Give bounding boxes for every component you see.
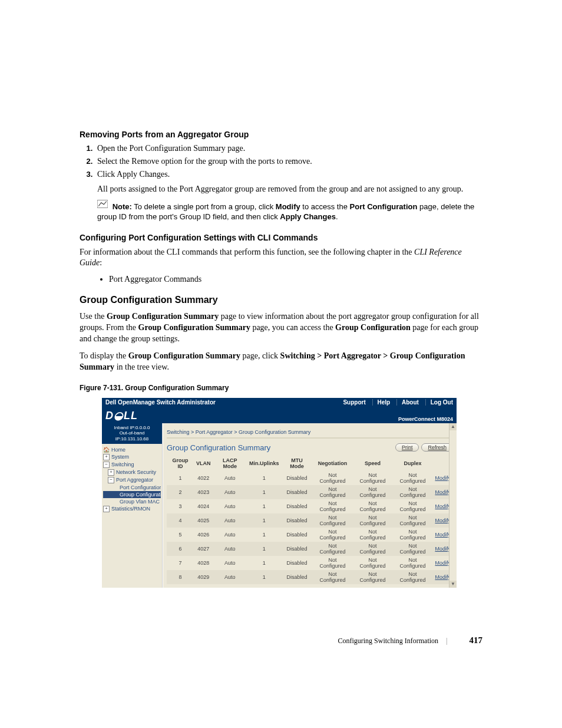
shot-body: Inband IP:0.0.0.0 Out-of-band IP:10.131.…: [102, 423, 457, 588]
group-config-p1: Use the Group Configuration Summary page…: [80, 311, 482, 345]
td-min: 1: [247, 570, 282, 584]
content-header: Group Configuration Summary Print Refres…: [167, 443, 453, 452]
p2b: Group Configuration Summary: [128, 351, 240, 360]
td-dup: Not Configured: [393, 485, 433, 499]
step-3: Click Apply Changes.: [95, 170, 482, 179]
td-dup: Not Configured: [393, 528, 433, 542]
ip-line2: Out-of-band IP:10.131.10.68: [103, 430, 161, 442]
topbar-link-logout[interactable]: Log Out: [425, 399, 453, 406]
collapse-icon[interactable]: −: [103, 462, 110, 468]
tree-gcs-label: Group Configurati: [120, 492, 161, 498]
table-header-row: Group ID VLAN LACP Mode Min.Uplinks MTU …: [167, 456, 453, 471]
home-icon: 🏠: [103, 447, 110, 453]
td-dup: Not Configured: [393, 513, 433, 528]
td-speed: Not Configured: [353, 485, 393, 499]
breadcrumb: Switching > Port Aggregator > Group Conf…: [167, 426, 453, 439]
td-speed: Not Configured: [353, 528, 393, 542]
tree-group-vlan-mac[interactable]: Group Vlan MAC Su: [103, 498, 161, 505]
content-pane: Switching > Port Aggregator > Group Conf…: [163, 423, 457, 588]
note-block: Note: To delete a single port from a gro…: [97, 200, 482, 222]
td-dup: Not Configured: [393, 570, 433, 584]
scrollbar[interactable]: ▲ ▼: [449, 423, 457, 588]
p1f: Group Configuration: [335, 323, 411, 332]
section-title-removing: Removing Ports from an Aggregator Group: [80, 130, 482, 139]
topbar-link-support[interactable]: Support: [343, 399, 365, 406]
td-mtu: Disabled: [281, 542, 312, 556]
topbar-link-help[interactable]: Help: [372, 399, 391, 406]
step-1-text-a: Open the: [97, 144, 129, 153]
td-group-id: 6: [167, 542, 194, 556]
td-neg: Not Configured: [313, 542, 353, 556]
topbar-link-about[interactable]: About: [396, 399, 419, 406]
print-button[interactable]: Print: [395, 443, 419, 452]
td-dup: Not Configured: [393, 471, 433, 485]
td-neg: Not Configured: [313, 556, 353, 570]
td-group-id: 2: [167, 485, 194, 499]
group-config-table: Group ID VLAN LACP Mode Min.Uplinks MTU …: [167, 456, 453, 584]
note-b1: Modify: [276, 202, 300, 210]
expand-icon[interactable]: +: [103, 454, 110, 460]
shot-brandbar: D◒LL PowerConnect M8024: [102, 407, 457, 423]
model-label: PowerConnect M8024: [398, 416, 453, 422]
shot-topbar-title: Dell OpenManage Switch Administrator: [105, 399, 216, 406]
scroll-up-icon[interactable]: ▲: [449, 423, 457, 430]
td-mtu: Disabled: [281, 513, 312, 528]
td-group-id: 1: [167, 471, 194, 485]
tree-system[interactable]: +System: [103, 453, 161, 461]
table-row: 84029Auto1DisabledNot ConfiguredNot Conf…: [167, 570, 453, 584]
note-label: Note:: [113, 202, 132, 210]
crumb-switching[interactable]: Switching: [167, 429, 190, 435]
collapse-icon[interactable]: −: [108, 477, 114, 483]
td-dup: Not Configured: [393, 542, 433, 556]
tree-network-security[interactable]: +Network Security: [103, 469, 161, 476]
tree-portagg-label: Port Aggregator: [116, 477, 153, 483]
td-group-id: 7: [167, 556, 194, 570]
td-vlan: 4023: [194, 485, 213, 499]
td-neg: Not Configured: [313, 471, 353, 485]
td-min: 1: [247, 499, 282, 513]
td-lacp: Auto: [213, 513, 247, 528]
table-row: 34024Auto1DisabledNot ConfiguredNot Conf…: [167, 499, 453, 513]
step-1-text-c: page.: [226, 144, 245, 153]
td-mtu: Disabled: [281, 499, 312, 513]
td-speed: Not Configured: [353, 513, 393, 528]
td-vlan: 4029: [194, 570, 213, 584]
tree-port-config-summary[interactable]: Port Configuration S: [103, 484, 161, 491]
td-speed: Not Configured: [353, 570, 393, 584]
td-lacp: Auto: [213, 542, 247, 556]
page-footer: Configuring Switching Information | 417: [338, 635, 482, 645]
expand-icon[interactable]: +: [108, 469, 114, 476]
page-number: 417: [470, 635, 483, 645]
td-min: 1: [247, 556, 282, 570]
td-neg: Not Configured: [313, 485, 353, 499]
td-lacp: Auto: [213, 570, 247, 584]
td-speed: Not Configured: [353, 471, 393, 485]
tree-port-aggregator[interactable]: −Port Aggregator: [103, 476, 161, 484]
step-2-text-a: Select the: [97, 157, 131, 166]
shot-topbar: Dell OpenManage Switch Administrator Sup…: [102, 398, 457, 407]
refresh-button[interactable]: Refresh: [421, 443, 453, 452]
tree-home[interactable]: 🏠Home: [103, 446, 161, 453]
td-mtu: Disabled: [281, 471, 312, 485]
step-3-text-c: .: [168, 170, 170, 179]
tree-statistics[interactable]: +Statistics/RMON: [103, 505, 161, 513]
tree-netsec-label: Network Security: [116, 469, 156, 475]
th-vlan: VLAN: [194, 456, 213, 471]
note-b3: Apply Changes: [280, 212, 336, 221]
ip-line1: Inband IP:0.0.0.0: [103, 425, 161, 431]
td-mtu: Disabled: [281, 570, 312, 584]
td-mtu: Disabled: [281, 528, 312, 542]
tree-switching[interactable]: −Switching: [103, 461, 161, 469]
td-min: 1: [247, 542, 282, 556]
crumb-portagg[interactable]: Port Aggregator: [196, 429, 233, 435]
td-lacp: Auto: [213, 485, 247, 499]
note-t2: to access the: [300, 202, 350, 210]
scroll-down-icon[interactable]: ▼: [449, 581, 457, 588]
tree-group-config[interactable]: Group Configurati: [103, 491, 161, 498]
td-lacp: Auto: [213, 556, 247, 570]
tree-stats-label: Statistics/RMON: [111, 506, 150, 512]
after-steps-paragraph: All ports assigned to the Port Aggregato…: [97, 184, 482, 195]
table-row: 24023Auto1DisabledNot ConfiguredNot Conf…: [167, 485, 453, 499]
expand-icon[interactable]: +: [103, 506, 110, 512]
td-lacp: Auto: [213, 499, 247, 513]
